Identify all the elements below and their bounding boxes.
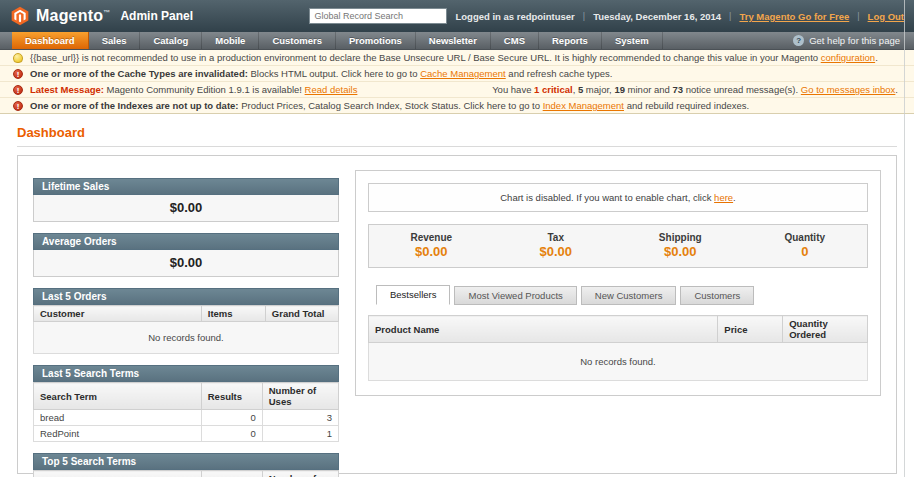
unread-messages-summary: You have 1 critical, 5 major, 19 minor a… <box>492 84 898 95</box>
stat-label: Revenue <box>369 232 494 243</box>
header-right: Logged in as redpointuser | Tuesday, Dec… <box>309 8 904 24</box>
column-header[interactable]: Quantity Ordered <box>783 316 868 343</box>
nav-item-system[interactable]: System <box>602 32 663 49</box>
top-header: Magento™ Admin Panel Logged in as redpoi… <box>0 0 914 32</box>
nav-item-customers[interactable]: Customers <box>259 32 336 49</box>
nav-item-promotions[interactable]: Promotions <box>336 32 416 49</box>
empty-message: No records found. <box>34 322 339 354</box>
notice-text: Magento Community Edition 1.9.1 is avail… <box>104 84 305 95</box>
notice-text: You have <box>492 84 534 95</box>
notice-text: notice unread message(s). <box>683 84 801 95</box>
column-header[interactable]: Price <box>718 316 783 343</box>
lifetime-sales-widget: Lifetime Sales $0.00 <box>33 178 339 222</box>
column-header[interactable]: Search Term <box>34 471 202 477</box>
column-header[interactable]: Number of Uses <box>262 471 338 477</box>
last5-search-terms-table: Search Term Results Number of Uses bread… <box>33 382 339 442</box>
last5-search-terms-widget: Last 5 Search Terms Search Term Results … <box>33 365 339 442</box>
empty-row: No records found. <box>34 322 339 354</box>
sales-stats-bar: Revenue $0.00 Tax $0.00 Shipping $0.00 Q… <box>368 224 868 268</box>
latest-message-label: Latest Message: <box>30 84 104 95</box>
notice-indexes-outdated: ! One or more of the Indexes are not up … <box>0 98 914 113</box>
stat-revenue: Revenue $0.00 <box>369 232 494 259</box>
window-edge <box>904 0 905 477</box>
nav-item-catalog[interactable]: Catalog <box>140 32 202 49</box>
notice-text: Blocks HTML output. Click here to go to <box>248 68 420 79</box>
tab-new-customers[interactable]: New Customers <box>581 286 677 305</box>
dashboard-tabs: Bestsellers Most Viewed Products New Cus… <box>368 285 868 306</box>
empty-row: No records found. <box>369 343 868 381</box>
stat-quantity: Quantity 0 <box>743 232 868 259</box>
read-details-link[interactable]: Read details <box>305 84 358 95</box>
stat-value: $0.00 <box>618 244 743 259</box>
notice-text: Product Prices, Catalog Search Index, St… <box>239 100 543 111</box>
table-row[interactable]: RedPoint 0 1 <box>34 426 339 442</box>
nav-item-cms[interactable]: CMS <box>491 32 539 49</box>
lightbulb-icon <box>13 53 23 63</box>
nav-item-newsletter[interactable]: Newsletter <box>416 32 491 49</box>
average-orders-value: $0.00 <box>33 250 339 277</box>
separator: | <box>583 11 585 21</box>
dashboard-left-column: Lifetime Sales $0.00 Average Orders $0.0… <box>33 178 339 459</box>
stat-label: Quantity <box>743 232 868 243</box>
stat-label: Tax <box>494 232 619 243</box>
stat-shipping: Shipping $0.00 <box>618 232 743 259</box>
nav-item-dashboard[interactable]: Dashboard <box>12 32 89 49</box>
column-header[interactable]: Product Name <box>369 316 718 343</box>
get-help-label: Get help for this page <box>809 35 900 46</box>
top5-search-terms-widget: Top 5 Search Terms Search Term Results N… <box>33 453 339 477</box>
nav-menu: Dashboard Sales Catalog Mobile Customers… <box>12 32 663 49</box>
notice-bold-text: One or more of the Cache Types are inval… <box>30 68 248 79</box>
widget-title: Lifetime Sales <box>33 178 339 195</box>
error-icon: ! <box>13 85 23 95</box>
notice-text: and rebuild required indexes. <box>624 100 749 111</box>
search-term-cell: bread <box>34 410 202 426</box>
widget-title: Top 5 Search Terms <box>33 453 339 470</box>
notice-text: . <box>895 84 898 95</box>
nav-item-reports[interactable]: Reports <box>539 32 602 49</box>
column-header[interactable]: Search Term <box>34 383 202 410</box>
table-row[interactable]: bread 0 3 <box>34 410 339 426</box>
stat-value: $0.00 <box>369 244 494 259</box>
tab-most-viewed-products[interactable]: Most Viewed Products <box>454 286 576 305</box>
tab-bestsellers[interactable]: Bestsellers <box>376 285 450 305</box>
chart-notice-text: . <box>733 192 736 203</box>
column-header[interactable]: Results <box>201 471 262 477</box>
messages-inbox-link[interactable]: Go to messages inbox <box>801 84 896 95</box>
title-divider <box>17 146 897 147</box>
get-help-link[interactable]: ? Get help for this page <box>793 32 900 49</box>
dashboard-right-column: Chart is disabled. If you want to enable… <box>355 170 881 396</box>
column-header[interactable]: Number of Uses <box>262 383 338 410</box>
nav-item-sales[interactable]: Sales <box>89 32 141 49</box>
column-header[interactable]: Items <box>201 306 265 322</box>
top5-search-terms-table: Search Term Results Number of Uses bread… <box>33 470 339 477</box>
column-header[interactable]: Customer <box>34 306 202 322</box>
table-header-row: Product Name Price Quantity Ordered <box>369 316 868 343</box>
nav-item-mobile[interactable]: Mobile <box>202 32 259 49</box>
logout-link[interactable]: Log Out <box>868 11 904 22</box>
last5-orders-widget: Last 5 Orders Customer Items Grand Total… <box>33 288 339 354</box>
notice-text: major, <box>583 84 614 95</box>
uses-cell: 1 <box>262 426 338 442</box>
help-icon: ? <box>793 35 804 46</box>
separator: | <box>857 11 859 21</box>
cache-management-link[interactable]: Cache Management <box>420 68 506 79</box>
stat-label: Shipping <box>618 232 743 243</box>
brand-area: Magento™ Admin Panel <box>10 6 193 26</box>
chart-disabled-notice: Chart is disabled. If you want to enable… <box>368 183 868 212</box>
bestsellers-grid: Product Name Price Quantity Ordered No r… <box>368 315 868 381</box>
search-term-cell: RedPoint <box>34 426 202 442</box>
last5-orders-table: Customer Items Grand Total No records fo… <box>33 305 339 354</box>
configuration-link[interactable]: configuration <box>821 52 875 63</box>
widget-title: Last 5 Orders <box>33 288 339 305</box>
tab-customers[interactable]: Customers <box>680 286 754 305</box>
notice-latest-message: ! Latest Message: Magento Community Edit… <box>0 82 914 98</box>
column-header[interactable]: Results <box>201 383 262 410</box>
try-magento-link[interactable]: Try Magento Go for Free <box>739 11 849 22</box>
column-header[interactable]: Grand Total <box>265 306 338 322</box>
notice-bold-text: One or more of the Indexes are not up to… <box>30 100 239 111</box>
global-search-input[interactable] <box>309 8 447 24</box>
enable-chart-link[interactable]: here <box>714 192 733 203</box>
uses-cell: 3 <box>262 410 338 426</box>
index-management-link[interactable]: Index Management <box>543 100 624 111</box>
logged-in-text: Logged in as redpointuser <box>455 11 574 22</box>
